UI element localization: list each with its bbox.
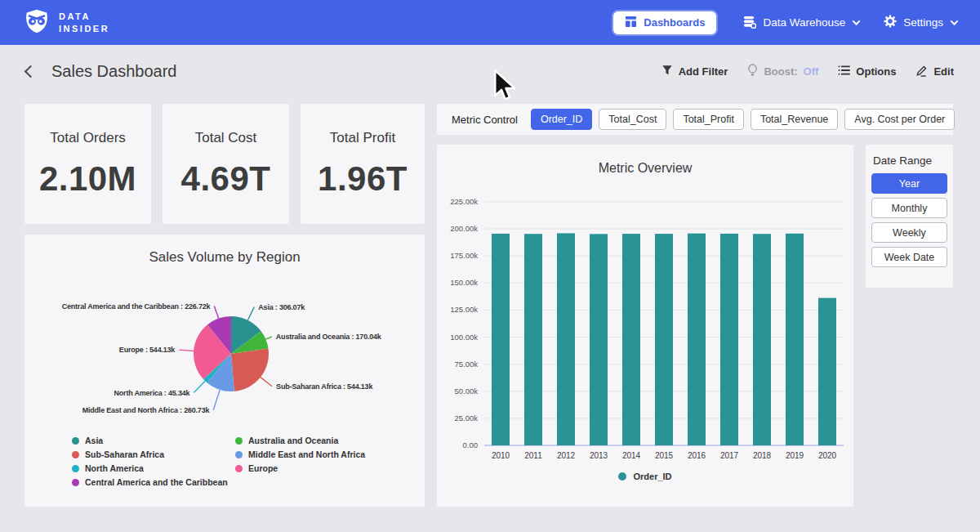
metric-button-total-profit[interactable]: Total_Profit — [673, 109, 744, 130]
y-axis-tick: 100.00k — [450, 333, 478, 342]
pie-slice-label: North America : 45.34k — [114, 389, 190, 397]
date-range-label: Date Range — [873, 154, 947, 167]
nav-dashboards-button[interactable]: Dashboards — [612, 10, 718, 36]
bar-2011[interactable] — [524, 234, 542, 445]
x-axis-tick: 2019 — [786, 451, 804, 460]
nav-dashboards-label: Dashboards — [644, 16, 705, 29]
bar-chart: 225.00k200.00k175.00k150.00k125.00k100.0… — [437, 145, 853, 507]
bar-2013[interactable] — [590, 234, 608, 445]
date-range-button-weekly[interactable]: Weekly — [871, 222, 947, 243]
pie-legend-item-asia[interactable]: Asia — [72, 436, 235, 445]
brand[interactable]: DATA INSIDER — [23, 7, 109, 38]
kpi-value: 1.96T — [318, 159, 408, 199]
edit-pencil-icon — [915, 65, 928, 79]
y-axis-tick: 225.00k — [450, 197, 478, 206]
pie-label-line — [194, 381, 205, 392]
bar-2014[interactable] — [622, 234, 640, 445]
pie-legend-item-central-america-and-the-caribbean[interactable]: Central America and the Caribbean — [72, 477, 235, 487]
date-range-button-group: YearMonthlyWeeklyWeek Date — [871, 173, 947, 267]
bar-chart-legend[interactable]: Order_ID — [437, 472, 853, 481]
pie-chart: Asia : 306.07kAustralia and Oceania : 17… — [24, 267, 425, 431]
bar-2020[interactable] — [818, 298, 836, 445]
pie-chart-legend: AsiaSub-Saharan AfricaNorth AmericaCentr… — [72, 436, 365, 487]
bar-2018[interactable] — [753, 234, 771, 445]
y-axis-tick: 50.00k — [454, 387, 478, 396]
kpi-value: 2.10M — [39, 159, 136, 199]
date-range-button-week-date[interactable]: Week Date — [871, 247, 947, 267]
top-navbar: DATA INSIDER Dashboards — [0, 0, 980, 45]
date-range-button-year[interactable]: Year — [871, 173, 947, 194]
bar-2015[interactable] — [655, 234, 673, 445]
pie-legend-item-sub-saharan-africa[interactable]: Sub-Saharan Africa — [72, 449, 235, 459]
legend-label: Central America and the Caribbean — [85, 477, 228, 487]
bar-2010[interactable] — [492, 234, 510, 445]
pie-legend-item-europe[interactable]: Europe — [235, 463, 365, 473]
date-range-button-monthly[interactable]: Monthly — [871, 198, 947, 218]
filter-funnel-icon — [662, 65, 673, 78]
back-button[interactable] — [24, 65, 38, 78]
x-axis-tick: 2016 — [688, 451, 706, 460]
kpi-label: Total Profit — [330, 130, 395, 146]
pie-slice-label: Sub-Saharan Africa : 544.13k — [276, 382, 373, 391]
legend-label: North America — [85, 463, 144, 473]
metric-button-avg-cost-per-order[interactable]: Avg. Cost per Order — [844, 109, 955, 130]
y-axis-tick: 125.00k — [450, 305, 478, 314]
brand-name: DATA INSIDER — [59, 11, 109, 35]
bar-2017[interactable] — [720, 234, 738, 445]
metric-overview-chart-card: Metric Overview 225.00k200.00k175.00k150… — [437, 145, 853, 507]
x-axis-tick: 2018 — [753, 451, 772, 460]
x-axis-tick: 2013 — [590, 451, 608, 460]
legend-label: Sub-Saharan Africa — [85, 449, 164, 459]
kpi-card-total-profit: Total Profit 1.96T — [301, 104, 425, 224]
edit-button[interactable]: Edit — [915, 65, 954, 79]
page-title: Sales Dashboard — [51, 62, 176, 81]
legend-label: Australia and Oceania — [248, 436, 338, 445]
metric-control-bar: Metric Control Order_IDTotal_CostTotal_P… — [437, 104, 953, 135]
pie-label-line — [265, 337, 271, 339]
chevron-down-icon — [853, 17, 861, 25]
metric-button-total-cost[interactable]: Total_Cost — [599, 109, 666, 130]
dashboards-grid-icon — [625, 16, 637, 30]
y-axis-tick: 150.00k — [450, 278, 478, 287]
pie-label-line — [179, 350, 194, 351]
boost-rocket-icon — [747, 64, 758, 79]
gear-icon — [884, 15, 897, 30]
legend-dot — [72, 479, 79, 486]
legend-label: Order_ID — [633, 472, 671, 481]
legend-dot — [72, 465, 79, 472]
x-axis-tick: 2015 — [655, 451, 674, 460]
kpi-label: Total Orders — [50, 130, 126, 146]
pie-label-line — [213, 390, 220, 410]
legend-dot — [72, 437, 79, 445]
bar-2012[interactable] — [557, 233, 575, 445]
boost-toggle[interactable]: Boost: Off — [747, 64, 818, 79]
pie-slice-label: Europe : 544.13k — [119, 346, 176, 354]
nav-settings-label: Settings — [903, 16, 943, 29]
pie-slice-label: Central America and the Caribbean : 226.… — [62, 302, 212, 311]
x-axis-tick: 2012 — [557, 451, 576, 460]
nav-settings[interactable]: Settings — [884, 15, 957, 30]
options-button[interactable]: Options — [838, 65, 896, 78]
pie-label-line — [261, 378, 272, 387]
pie-legend-item-north-america[interactable]: North America — [72, 463, 235, 473]
pie-legend-item-australia-and-oceania[interactable]: Australia and Oceania — [235, 436, 365, 445]
y-axis-tick: 75.00k — [454, 360, 478, 369]
nav-data-warehouse[interactable]: Data Warehouse — [742, 15, 859, 31]
metric-button-total-revenue[interactable]: Total_Revenue — [751, 109, 838, 130]
pie-chart-title: Sales Volume by Region — [24, 249, 425, 266]
metric-button-order-id[interactable]: Order_ID — [531, 109, 592, 130]
bar-2019[interactable] — [786, 234, 804, 445]
kpi-card-total-orders: Total Orders 2.10M — [24, 104, 151, 224]
pie-slice-label: Australia and Oceania : 170.04k — [276, 333, 382, 341]
nav-data-warehouse-label: Data Warehouse — [763, 16, 845, 29]
pie-legend-item-middle-east-and-north-africa[interactable]: Middle East and North Africa — [235, 449, 365, 459]
kpi-card-total-cost: Total Cost 4.69T — [163, 104, 289, 224]
add-filter-button[interactable]: Add Filter — [662, 65, 728, 78]
x-axis-tick: 2017 — [720, 451, 739, 460]
pie-label-line — [247, 307, 254, 320]
legend-dot — [235, 437, 243, 445]
pie-slice-sub-saharan-africa[interactable] — [231, 348, 269, 391]
pie-label-line — [214, 306, 218, 319]
legend-dot — [618, 472, 626, 481]
bar-2016[interactable] — [688, 234, 706, 445]
